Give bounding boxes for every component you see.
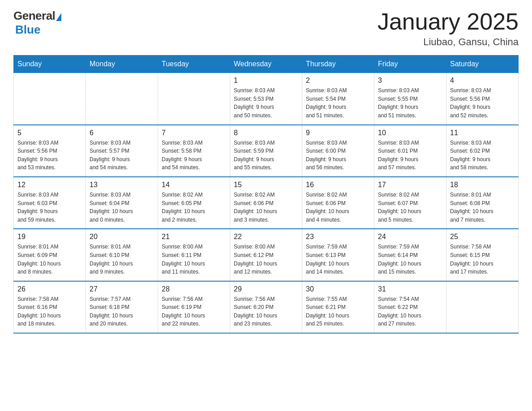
day-detail: Sunrise: 8:01 AMSunset: 6:09 PMDaylight:… [17,243,82,276]
day-number: 21 [162,233,226,241]
calendar-cell: 21Sunrise: 8:00 AMSunset: 6:11 PMDayligh… [158,229,230,281]
day-detail: Sunrise: 8:03 AMSunset: 5:56 PMDaylight:… [450,86,515,120]
calendar-cell: 29Sunrise: 7:56 AMSunset: 6:20 PMDayligh… [230,281,302,333]
day-detail: Sunrise: 8:03 AMSunset: 6:02 PMDaylight:… [450,139,515,172]
calendar-cell: 25Sunrise: 7:58 AMSunset: 6:15 PMDayligh… [446,229,519,281]
logo: General Blue [13,9,61,37]
calendar-cell: 7Sunrise: 8:03 AMSunset: 5:58 PMDaylight… [158,125,230,177]
calendar-cell: 19Sunrise: 8:01 AMSunset: 6:09 PMDayligh… [14,229,86,281]
day-detail: Sunrise: 8:03 AMSunset: 5:57 PMDaylight:… [90,139,154,172]
day-number: 18 [450,181,515,189]
header-day-wednesday: Wednesday [230,56,302,73]
calendar-week-row: 1Sunrise: 8:03 AMSunset: 5:53 PMDaylight… [14,73,519,125]
day-number: 30 [306,285,370,293]
day-detail: Sunrise: 8:00 AMSunset: 6:12 PMDaylight:… [234,243,298,276]
day-detail: Sunrise: 8:03 AMSunset: 5:58 PMDaylight:… [162,139,226,172]
logo-general-text: General [13,9,55,23]
day-detail: Sunrise: 8:03 AMSunset: 6:04 PMDaylight:… [90,191,154,224]
day-number: 1 [234,77,298,85]
calendar-cell: 17Sunrise: 8:02 AMSunset: 6:07 PMDayligh… [374,177,446,229]
day-detail: Sunrise: 8:03 AMSunset: 6:00 PMDaylight:… [306,139,370,172]
day-number: 10 [378,129,442,137]
header-day-saturday: Saturday [446,56,519,73]
calendar-cell: 8Sunrise: 8:03 AMSunset: 5:59 PMDaylight… [230,125,302,177]
calendar-cell: 11Sunrise: 8:03 AMSunset: 6:02 PMDayligh… [446,125,519,177]
day-detail: Sunrise: 8:03 AMSunset: 5:55 PMDaylight:… [378,86,442,120]
calendar-cell: 5Sunrise: 8:03 AMSunset: 5:56 PMDaylight… [14,125,86,177]
calendar-table: SundayMondayTuesdayWednesdayThursdayFrid… [13,55,519,334]
day-number: 23 [306,233,370,241]
day-detail: Sunrise: 8:01 AMSunset: 6:10 PMDaylight:… [90,243,154,276]
day-detail: Sunrise: 8:00 AMSunset: 6:11 PMDaylight:… [162,243,226,276]
logo-blue-text: Blue [15,23,40,36]
header-day-thursday: Thursday [302,56,374,73]
calendar-cell: 12Sunrise: 8:03 AMSunset: 6:03 PMDayligh… [14,177,86,229]
day-number: 28 [162,285,226,293]
calendar-cell [446,281,519,333]
month-title: January 2025 [378,9,519,34]
day-detail: Sunrise: 8:03 AMSunset: 6:01 PMDaylight:… [378,139,442,172]
calendar-cell: 13Sunrise: 8:03 AMSunset: 6:04 PMDayligh… [86,177,158,229]
day-number: 14 [162,181,226,189]
day-detail: Sunrise: 7:59 AMSunset: 6:14 PMDaylight:… [378,243,442,276]
day-detail: Sunrise: 8:03 AMSunset: 5:54 PMDaylight:… [306,86,370,120]
title-section: January 2025 Liubao, Gansu, China [378,9,519,48]
day-detail: Sunrise: 8:03 AMSunset: 6:03 PMDaylight:… [17,191,82,224]
day-detail: Sunrise: 8:02 AMSunset: 6:05 PMDaylight:… [162,191,226,224]
day-number: 15 [234,181,298,189]
day-number: 22 [234,233,298,241]
day-detail: Sunrise: 8:02 AMSunset: 6:06 PMDaylight:… [306,191,370,224]
day-detail: Sunrise: 8:01 AMSunset: 6:08 PMDaylight:… [450,191,515,224]
calendar-cell: 2Sunrise: 8:03 AMSunset: 5:54 PMDaylight… [302,73,374,125]
calendar-cell: 28Sunrise: 7:56 AMSunset: 6:19 PMDayligh… [158,281,230,333]
page-header: General Blue January 2025 Liubao, Gansu,… [13,9,519,48]
day-number: 24 [378,233,442,241]
calendar-week-row: 19Sunrise: 8:01 AMSunset: 6:09 PMDayligh… [14,229,519,281]
location-text: Liubao, Gansu, China [378,36,519,48]
day-detail: Sunrise: 7:56 AMSunset: 6:20 PMDaylight:… [234,295,298,328]
day-number: 2 [306,77,370,85]
day-detail: Sunrise: 7:56 AMSunset: 6:19 PMDaylight:… [162,295,226,328]
day-detail: Sunrise: 7:58 AMSunset: 6:16 PMDaylight:… [17,295,82,328]
day-number: 5 [17,129,82,137]
header-day-friday: Friday [374,56,446,73]
day-detail: Sunrise: 7:58 AMSunset: 6:15 PMDaylight:… [450,243,515,276]
calendar-cell: 18Sunrise: 8:01 AMSunset: 6:08 PMDayligh… [446,177,519,229]
day-detail: Sunrise: 7:55 AMSunset: 6:21 PMDaylight:… [306,295,370,328]
day-number: 26 [17,285,82,293]
calendar-cell [14,73,86,125]
day-number: 20 [90,233,154,241]
calendar-cell: 23Sunrise: 7:59 AMSunset: 6:13 PMDayligh… [302,229,374,281]
day-number: 4 [450,77,515,85]
logo-triangle-icon [56,13,61,21]
day-detail: Sunrise: 8:02 AMSunset: 6:06 PMDaylight:… [234,191,298,224]
calendar-cell: 16Sunrise: 8:02 AMSunset: 6:06 PMDayligh… [302,177,374,229]
calendar-header-row: SundayMondayTuesdayWednesdayThursdayFrid… [14,56,519,73]
calendar-cell: 31Sunrise: 7:54 AMSunset: 6:22 PMDayligh… [374,281,446,333]
calendar-cell [158,73,230,125]
day-number: 7 [162,129,226,137]
day-number: 3 [378,77,442,85]
header-day-sunday: Sunday [14,56,86,73]
day-number: 31 [378,285,442,293]
calendar-cell: 1Sunrise: 8:03 AMSunset: 5:53 PMDaylight… [230,73,302,125]
day-detail: Sunrise: 8:03 AMSunset: 5:56 PMDaylight:… [17,139,82,172]
calendar-week-row: 12Sunrise: 8:03 AMSunset: 6:03 PMDayligh… [14,177,519,229]
calendar-cell: 10Sunrise: 8:03 AMSunset: 6:01 PMDayligh… [374,125,446,177]
day-number: 25 [450,233,515,241]
day-number: 19 [17,233,82,241]
day-number: 12 [17,181,82,189]
calendar-cell: 9Sunrise: 8:03 AMSunset: 6:00 PMDaylight… [302,125,374,177]
day-detail: Sunrise: 7:54 AMSunset: 6:22 PMDaylight:… [378,295,442,328]
day-number: 6 [90,129,154,137]
calendar-cell: 4Sunrise: 8:03 AMSunset: 5:56 PMDaylight… [446,73,519,125]
calendar-cell: 30Sunrise: 7:55 AMSunset: 6:21 PMDayligh… [302,281,374,333]
header-day-tuesday: Tuesday [158,56,230,73]
calendar-cell: 3Sunrise: 8:03 AMSunset: 5:55 PMDaylight… [374,73,446,125]
calendar-week-row: 5Sunrise: 8:03 AMSunset: 5:56 PMDaylight… [14,125,519,177]
day-detail: Sunrise: 7:59 AMSunset: 6:13 PMDaylight:… [306,243,370,276]
day-detail: Sunrise: 8:03 AMSunset: 5:53 PMDaylight:… [234,86,298,120]
day-number: 8 [234,129,298,137]
calendar-week-row: 26Sunrise: 7:58 AMSunset: 6:16 PMDayligh… [14,281,519,333]
calendar-cell: 22Sunrise: 8:00 AMSunset: 6:12 PMDayligh… [230,229,302,281]
